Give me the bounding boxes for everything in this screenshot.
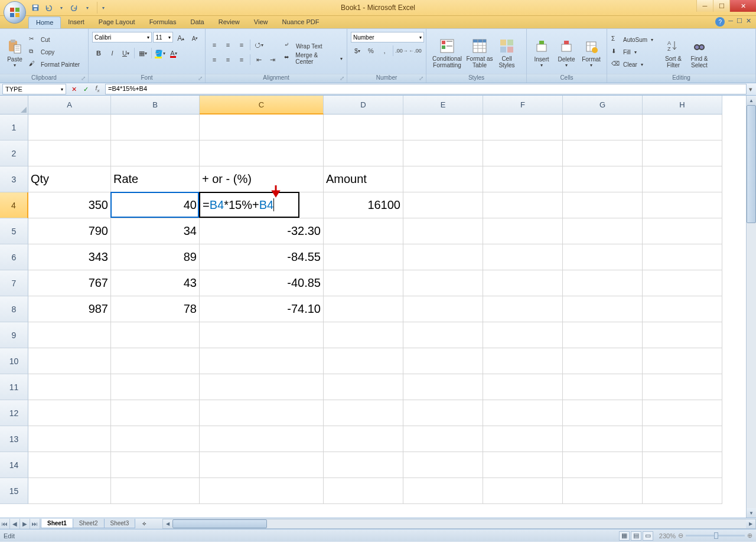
cell[interactable] [324,348,403,374]
cell[interactable] [111,374,200,400]
cell[interactable] [483,374,563,400]
normal-view-icon[interactable]: ▦ [619,531,630,541]
cell[interactable] [643,322,722,348]
cell[interactable] [483,192,563,218]
cell[interactable]: + or - (%) [200,166,324,192]
expand-formula-bar-icon[interactable]: ▾ [747,84,755,94]
zoom-slider[interactable] [686,535,745,537]
fill-color-icon[interactable]: 🪣▾ [154,47,167,60]
dialog-launcher-icon[interactable]: ⤢ [418,75,425,82]
sheet-tab[interactable]: Sheet3 [104,519,136,528]
cell[interactable] [643,140,722,166]
cell[interactable] [563,400,643,426]
tab-formulas[interactable]: Formulas [142,17,184,28]
cell[interactable] [643,218,722,244]
cell[interactable] [324,218,403,244]
cell[interactable]: -84.55 [200,244,324,270]
cell[interactable]: -40.85 [200,270,324,296]
cell[interactable] [403,166,483,192]
cell[interactable] [483,140,563,166]
name-box[interactable]: TYPE▾ [2,84,66,94]
tab-insert[interactable]: Insert [61,17,92,28]
cell[interactable] [324,115,403,140]
fill-button[interactable]: ⬇Fill▾ [610,47,660,58]
cell[interactable] [324,296,403,322]
cell[interactable] [324,426,403,452]
tab-page-layout[interactable]: Page Layout [92,17,142,28]
zoom-out-icon[interactable]: ⊖ [678,532,683,539]
page-layout-view-icon[interactable]: ▤ [631,531,641,541]
cell[interactable] [111,140,200,166]
cell[interactable] [643,166,722,192]
cell[interactable] [111,322,200,348]
cell[interactable]: 350 [28,192,111,218]
cell[interactable] [563,270,643,296]
cell[interactable] [483,218,563,244]
cell[interactable] [643,115,722,140]
hscroll-thumb[interactable] [172,519,267,528]
column-header[interactable]: B [111,96,200,115]
column-header[interactable]: D [324,96,403,115]
accounting-icon[interactable]: $▾ [351,44,364,57]
cut-button[interactable]: ✂Cut [27,34,82,46]
font-name-select[interactable]: Calibri▾ [92,32,152,42]
insert-cells-button[interactable]: Insert▾ [529,33,554,72]
cell[interactable] [111,426,200,452]
restore-window-icon[interactable]: ☐ [737,17,742,27]
row-header[interactable]: 11 [0,374,28,400]
tab-nuance-pdf[interactable]: Nuance PDF [275,17,326,28]
sheet-nav-prev-icon[interactable]: ◀ [10,519,20,529]
cell[interactable] [563,322,643,348]
redo-icon[interactable] [69,2,80,14]
cell[interactable] [563,244,643,270]
cell[interactable] [28,400,111,426]
help-icon[interactable]: ? [715,17,725,27]
save-icon[interactable] [30,2,41,14]
cell[interactable] [403,478,483,504]
cell[interactable] [403,140,483,166]
cell[interactable] [28,348,111,374]
cell[interactable] [403,218,483,244]
cell[interactable] [403,426,483,452]
cell[interactable] [200,452,324,478]
cell[interactable] [643,426,722,452]
shrink-font-icon[interactable]: A▾ [188,32,201,45]
bold-icon[interactable]: B [92,47,105,60]
row-header[interactable]: 1 [0,115,28,140]
cell[interactable]: 43 [111,270,200,296]
cell[interactable] [563,348,643,374]
cell[interactable] [28,322,111,348]
cell[interactable]: Qty [28,166,111,192]
cell[interactable] [403,192,483,218]
cell[interactable] [200,115,324,140]
cell[interactable] [643,296,722,322]
delete-cells-button[interactable]: Delete▾ [554,33,579,72]
cell[interactable] [643,244,722,270]
comma-icon[interactable]: , [378,44,391,57]
cell[interactable]: 790 [28,218,111,244]
cell-styles-button[interactable]: Cell Styles [494,33,520,72]
row-header[interactable]: 6 [0,244,28,270]
cell[interactable]: 343 [28,244,111,270]
cell[interactable] [403,452,483,478]
align-middle-icon[interactable]: ≡ [221,38,234,51]
cell[interactable] [403,374,483,400]
row-header[interactable]: 9 [0,322,28,348]
row-header[interactable]: 12 [0,400,28,426]
find-select-button[interactable]: Find & Select [686,33,712,72]
row-header[interactable]: 2 [0,140,28,166]
cell[interactable]: Amount [324,166,403,192]
cell[interactable] [483,348,563,374]
cell[interactable] [483,115,563,140]
cell[interactable] [324,322,403,348]
cell[interactable] [643,374,722,400]
cell[interactable] [563,478,643,504]
cell[interactable]: 78 [111,296,200,322]
cell[interactable] [28,478,111,504]
align-right-icon[interactable]: ≡ [235,53,248,66]
tab-review[interactable]: Review [211,17,247,28]
formula-input[interactable]: =B4*15%+B4 [105,84,747,94]
sheet-nav-first-icon[interactable]: ⏮ [0,519,10,529]
sheet-tab[interactable]: Sheet2 [73,519,105,528]
cell[interactable] [324,140,403,166]
